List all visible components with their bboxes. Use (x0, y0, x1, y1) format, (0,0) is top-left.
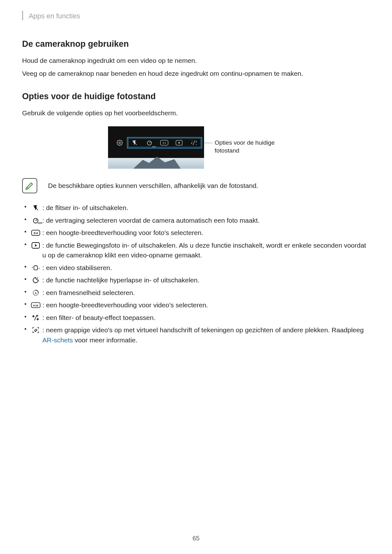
breadcrumb: Apps en functies (29, 12, 80, 20)
flash-off-icon (31, 204, 40, 212)
timer-off-icon: OFF (31, 216, 40, 225)
options-list: : de flitser in- of uitschakelen. OFF : … (22, 203, 370, 345)
gear-icon (116, 139, 124, 147)
svg-text:A: A (35, 292, 37, 294)
option-ar-doodle: : neem grappige video's op met virtueel … (31, 325, 370, 345)
ar-doodle-icon (31, 326, 40, 334)
filter-effects-icon (31, 314, 40, 322)
note-text: De beschikbare opties kunnen verschillen… (48, 182, 258, 190)
callout-leader-line (203, 143, 212, 143)
night-hyperlapse-icon (31, 276, 40, 284)
section-title-camera-button: De cameraknop gebruiken (22, 39, 370, 49)
camera-preview: OFF 3:4 (108, 126, 204, 169)
camera-preview-figure: OFF 3:4 (22, 126, 370, 169)
option-timer: OFF : de vertraging selecteren voordat d… (31, 215, 370, 226)
motion-photo-icon (31, 241, 40, 250)
option-motion-photo: : de functie Bewegingsfoto in- of uitsch… (31, 240, 370, 260)
framerate-icon: A (31, 289, 40, 297)
note-icon (22, 178, 37, 193)
svg-rect-12 (34, 266, 37, 270)
ratio-3-4-icon: 3:4 (31, 229, 40, 237)
callout-label: Opties voor de huidige fotostand (215, 139, 284, 154)
ratio-9-16-icon: 9:16 (31, 301, 40, 309)
option-filter: : een filter- of beauty-effect toepassen… (31, 313, 370, 323)
section1-paragraph-1: Houd de cameraknop ingedrukt om een vide… (22, 56, 370, 65)
options-highlight-box (127, 137, 202, 148)
svg-text:9:16: 9:16 (33, 304, 38, 307)
ar-schets-link[interactable]: AR-schets (42, 336, 73, 344)
section-title-options: Opties voor de huidige fotostand (22, 92, 370, 101)
section1-paragraph-2: Veeg op de cameraknop naar beneden en ho… (22, 69, 370, 78)
stabilize-icon (31, 264, 40, 272)
svg-point-13 (37, 278, 38, 279)
svg-point-0 (119, 142, 120, 144)
option-ratio-9-16: 9:16 : een hoogte-breedteverhouding voor… (31, 300, 370, 310)
section2-intro: Gebruik de volgende opties op het voorbe… (22, 108, 370, 117)
page-header: Apps en functies (22, 12, 370, 20)
note-block: De beschikbare opties kunnen verschillen… (22, 178, 370, 193)
option-framerate: A : een framesnelheid selecteren. (31, 288, 370, 298)
svg-text:3:4: 3:4 (33, 232, 38, 235)
svg-line-6 (27, 187, 28, 189)
header-accent-bar (22, 11, 23, 20)
option-ratio-3-4: 3:4 : een hoogte-breedteverhouding voor … (31, 228, 370, 238)
option-stabilize: : een video stabiliseren. (31, 263, 370, 273)
option-night-hyperlapse: : de functie nachtelijke hyperlapse in- … (31, 275, 370, 285)
page-number: 65 (0, 535, 392, 542)
option-flash: : de flitser in- of uitschakelen. (31, 203, 370, 213)
mountain-shape (133, 156, 181, 169)
